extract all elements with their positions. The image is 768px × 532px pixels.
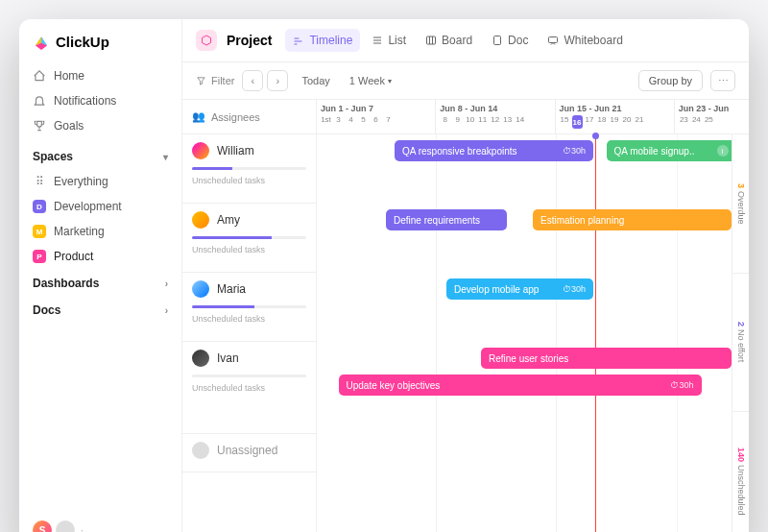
toolbar: Filter ‹ › Today 1 Week ▾ Group by ⋯: [182, 62, 749, 100]
tab-noeffort[interactable]: 2 No effort: [732, 274, 749, 413]
whiteboard-icon: [547, 35, 559, 46]
group-by-button[interactable]: Group by: [638, 70, 703, 91]
space-label: Marketing: [54, 225, 105, 238]
nav-goals[interactable]: Goals: [19, 113, 181, 138]
avatar-more[interactable]: ·: [81, 525, 84, 533]
list-icon: [372, 35, 383, 46]
side-tabs: 3 Overdue 2 No effort 140 Unscheduled: [732, 134, 749, 532]
chevron-right-icon: ›: [165, 305, 168, 316]
assignee-row: Amy Unscheduled tasks: [182, 204, 316, 273]
today-button[interactable]: Today: [296, 73, 335, 88]
range-label: 1 Week: [349, 75, 385, 86]
view-label: Doc: [508, 34, 528, 47]
next-button[interactable]: ›: [267, 70, 288, 91]
task-label: QA responsive breakpoints: [402, 146, 517, 157]
user-avatar[interactable]: S: [33, 520, 52, 532]
space-everything[interactable]: ⠿ Everything: [19, 169, 181, 194]
tab-overdue[interactable]: 3 Overdue: [732, 134, 749, 274]
nav-home[interactable]: Home: [19, 63, 181, 88]
task-develop-mobile[interactable]: Develop mobile app ⏱30h: [446, 278, 593, 300]
sidebar: ClickUp Home Notifications Goals Spaces …: [19, 19, 182, 532]
view-list[interactable]: List: [364, 29, 414, 52]
docs-header[interactable]: Docs ›: [19, 296, 181, 323]
tab-unscheduled[interactable]: 140 Unscheduled: [732, 412, 749, 532]
unscheduled-label[interactable]: Unscheduled tasks: [192, 176, 306, 185]
week-col: Jun 23 - Jun 232425: [674, 100, 749, 133]
task-rows: QA responsive breakpoints ⏱30h QA mobile…: [317, 134, 749, 434]
view-timeline[interactable]: Timeline: [285, 29, 360, 52]
team-avatar[interactable]: [56, 520, 75, 532]
filter-label: Filter: [211, 75, 234, 86]
avatar: [192, 350, 209, 367]
view-doc[interactable]: Doc: [484, 29, 536, 52]
main: Project Timeline List Board Doc Whiteboa…: [182, 19, 749, 532]
week-label: Jun 8 - Jun 14: [440, 104, 550, 113]
dashboards-header[interactable]: Dashboards ›: [19, 269, 181, 296]
space-badge: D: [33, 200, 46, 213]
task-define-req[interactable]: Define requirements: [386, 209, 507, 230]
nav-label: Goals: [54, 119, 84, 133]
user-initial: S: [39, 525, 46, 533]
progress-bar: [192, 167, 306, 170]
space-label: Product: [54, 250, 93, 263]
task-update-obj[interactable]: Update key objectives ⏱30h: [339, 375, 702, 396]
chevron-down-icon: ▾: [163, 152, 168, 162]
spaces-header[interactable]: Spaces ▾: [19, 142, 181, 169]
view-label: Timeline: [309, 34, 352, 47]
task-label: Estimation planning: [540, 215, 624, 226]
week-label: Jun 23 - Jun: [679, 104, 745, 113]
task-label: Update key objectives: [347, 380, 441, 391]
task-qa-mobile[interactable]: QA mobile signup.. i: [607, 140, 736, 161]
progress-bar: [192, 305, 306, 308]
svg-rect-0: [427, 36, 436, 44]
date-nav: ‹ ›: [242, 70, 288, 91]
space-marketing[interactable]: M Marketing: [19, 219, 181, 244]
date-header: Jun 1 - Jun 7 1st34567 Jun 8 - Jun 14 89…: [317, 100, 749, 134]
space-development[interactable]: D Development: [19, 194, 181, 219]
unscheduled-label[interactable]: Unscheduled tasks: [192, 314, 306, 324]
assignee-header[interactable]: 👥 Assignees: [182, 100, 316, 134]
range-selector[interactable]: 1 Week ▾: [344, 73, 397, 88]
unscheduled-label[interactable]: Unscheduled tasks: [192, 245, 306, 254]
section-label: Docs: [33, 303, 60, 317]
space-product[interactable]: P Product: [19, 244, 181, 269]
board-icon: [425, 35, 437, 46]
today-marker: 16: [572, 115, 583, 129]
count: 3: [736, 183, 746, 188]
assignee-name: William: [217, 144, 254, 157]
prev-button[interactable]: ‹: [242, 70, 263, 91]
task-estimation[interactable]: Estimation planning: [533, 209, 732, 230]
task-lane: Develop mobile app ⏱30h: [317, 273, 749, 342]
assignee-name: Ivan: [217, 351, 239, 365]
week-col: Jun 15 - Jun 21 15161718192021: [555, 100, 674, 133]
task-lane: Define requirements Estimation planning: [317, 204, 749, 273]
task-qa-responsive[interactable]: QA responsive breakpoints ⏱30h: [395, 140, 593, 161]
tab-label: No effort: [736, 329, 746, 362]
filter-button[interactable]: Filter: [196, 75, 234, 86]
view-label: Board: [442, 34, 472, 47]
view-board[interactable]: Board: [418, 29, 480, 52]
grid-icon: ⠿: [33, 175, 46, 188]
nav-label: Home: [54, 69, 84, 83]
progress-bar: [192, 375, 306, 377]
section-label: Dashboards: [33, 277, 99, 290]
assignee-row: William Unscheduled tasks: [182, 134, 316, 204]
section-label: Spaces: [33, 150, 73, 163]
more-button[interactable]: ⋯: [710, 70, 735, 91]
topbar: Project Timeline List Board Doc Whiteboa…: [182, 19, 749, 62]
view-whiteboard[interactable]: Whiteboard: [540, 29, 630, 52]
unscheduled-label[interactable]: Unscheduled tasks: [192, 383, 306, 393]
nav-notifications[interactable]: Notifications: [19, 88, 181, 113]
count: 140: [736, 447, 746, 462]
space-label: Development: [54, 200, 122, 213]
space-badge: M: [33, 225, 46, 238]
timeline-icon: [293, 35, 304, 46]
week-label: Jun 15 - Jun 21: [560, 104, 670, 113]
task-label: Define requirements: [394, 215, 480, 226]
timeline-grid[interactable]: Jun 1 - Jun 7 1st34567 Jun 8 - Jun 14 89…: [317, 100, 749, 532]
sidebar-footer: S ·: [19, 509, 181, 532]
task-refine[interactable]: Refine user stories: [481, 348, 732, 369]
group-label: Assignees: [211, 111, 260, 123]
nav-label: Notifications: [54, 94, 116, 108]
space-label: Everything: [54, 175, 108, 188]
